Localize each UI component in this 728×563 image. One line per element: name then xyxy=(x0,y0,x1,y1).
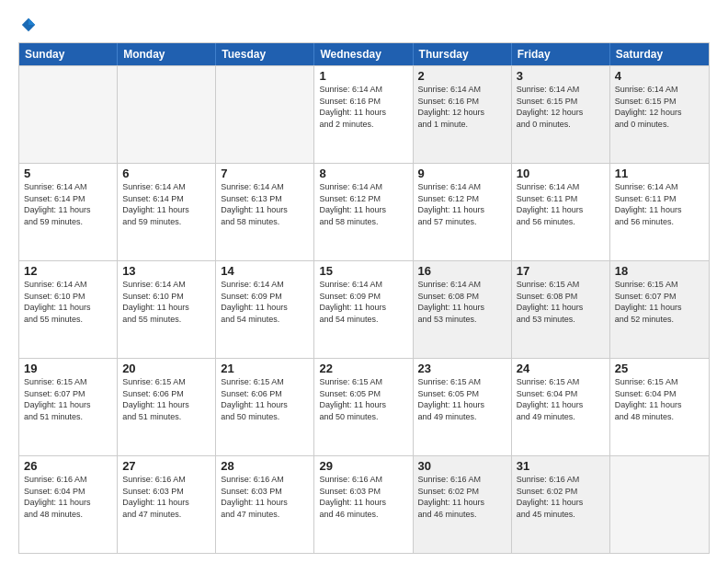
day-number: 20 xyxy=(122,362,210,375)
cell-info: Sunrise: 6:15 AM Sunset: 6:07 PM Dayligh… xyxy=(24,376,112,422)
calendar-cell: 15Sunrise: 6:14 AM Sunset: 6:09 PM Dayli… xyxy=(314,261,413,358)
calendar: SundayMondayTuesdayWednesdayThursdayFrid… xyxy=(18,42,710,554)
cell-info: Sunrise: 6:15 AM Sunset: 6:06 PM Dayligh… xyxy=(122,376,210,422)
day-number: 26 xyxy=(24,459,112,473)
day-number: 23 xyxy=(418,362,506,375)
cal-header-cell: Monday xyxy=(118,43,216,65)
cell-info: Sunrise: 6:15 AM Sunset: 6:08 PM Dayligh… xyxy=(517,279,605,325)
day-number: 17 xyxy=(517,264,605,278)
calendar-cell: 12Sunrise: 6:14 AM Sunset: 6:10 PM Dayli… xyxy=(19,261,118,358)
calendar-cell: 9Sunrise: 6:14 AM Sunset: 6:12 PM Daylig… xyxy=(414,164,512,260)
cell-info: Sunrise: 6:15 AM Sunset: 6:07 PM Dayligh… xyxy=(615,279,704,325)
calendar-cell: 1Sunrise: 6:14 AM Sunset: 6:16 PM Daylig… xyxy=(314,66,413,163)
calendar-row: 26Sunrise: 6:16 AM Sunset: 6:04 PM Dayli… xyxy=(19,455,709,553)
calendar-cell: 7Sunrise: 6:14 AM Sunset: 6:13 PM Daylig… xyxy=(216,164,314,260)
calendar-row: 1Sunrise: 6:14 AM Sunset: 6:16 PM Daylig… xyxy=(19,65,709,163)
calendar-cell xyxy=(610,456,709,553)
cell-info: Sunrise: 6:14 AM Sunset: 6:15 PM Dayligh… xyxy=(517,84,605,130)
calendar-cell: 25Sunrise: 6:15 AM Sunset: 6:04 PM Dayli… xyxy=(610,359,709,455)
calendar-cell: 29Sunrise: 6:16 AM Sunset: 6:03 PM Dayli… xyxy=(314,456,413,553)
cal-header-cell: Friday xyxy=(512,43,610,65)
cell-info: Sunrise: 6:14 AM Sunset: 6:10 PM Dayligh… xyxy=(24,279,112,325)
calendar-cell xyxy=(118,66,216,163)
calendar-cell: 6Sunrise: 6:14 AM Sunset: 6:14 PM Daylig… xyxy=(118,164,216,260)
day-number: 28 xyxy=(221,459,309,473)
cell-info: Sunrise: 6:14 AM Sunset: 6:09 PM Dayligh… xyxy=(319,279,407,325)
day-number: 31 xyxy=(517,459,605,473)
cell-info: Sunrise: 6:14 AM Sunset: 6:10 PM Dayligh… xyxy=(122,279,210,325)
calendar-cell: 4Sunrise: 6:14 AM Sunset: 6:15 PM Daylig… xyxy=(610,66,709,163)
cell-info: Sunrise: 6:14 AM Sunset: 6:12 PM Dayligh… xyxy=(418,181,506,227)
day-number: 5 xyxy=(24,167,112,180)
day-number: 30 xyxy=(418,459,506,473)
calendar-cell: 16Sunrise: 6:14 AM Sunset: 6:08 PM Dayli… xyxy=(414,261,512,358)
day-number: 12 xyxy=(24,264,112,278)
day-number: 24 xyxy=(517,362,605,375)
cal-header-cell: Wednesday xyxy=(314,43,413,65)
calendar-cell: 14Sunrise: 6:14 AM Sunset: 6:09 PM Dayli… xyxy=(216,261,314,358)
cal-header-cell: Thursday xyxy=(414,43,512,65)
page: SundayMondayTuesdayWednesdayThursdayFrid… xyxy=(0,0,728,563)
calendar-cell: 8Sunrise: 6:14 AM Sunset: 6:12 PM Daylig… xyxy=(314,164,413,260)
svg-marker-1 xyxy=(28,18,35,25)
cell-info: Sunrise: 6:14 AM Sunset: 6:15 PM Dayligh… xyxy=(615,84,704,130)
calendar-cell: 30Sunrise: 6:16 AM Sunset: 6:02 PM Dayli… xyxy=(414,456,512,553)
day-number: 21 xyxy=(221,362,309,375)
cell-info: Sunrise: 6:16 AM Sunset: 6:03 PM Dayligh… xyxy=(319,474,407,520)
calendar-row: 5Sunrise: 6:14 AM Sunset: 6:14 PM Daylig… xyxy=(19,163,709,260)
day-number: 19 xyxy=(24,362,112,375)
calendar-body: 1Sunrise: 6:14 AM Sunset: 6:16 PM Daylig… xyxy=(19,65,709,553)
day-number: 16 xyxy=(418,264,506,278)
day-number: 2 xyxy=(418,69,506,83)
calendar-cell: 10Sunrise: 6:14 AM Sunset: 6:11 PM Dayli… xyxy=(512,164,610,260)
day-number: 6 xyxy=(122,167,210,180)
cal-header-cell: Saturday xyxy=(610,43,709,65)
cell-info: Sunrise: 6:14 AM Sunset: 6:08 PM Dayligh… xyxy=(418,279,506,325)
day-number: 10 xyxy=(517,167,605,180)
cal-header-cell: Sunday xyxy=(19,43,118,65)
header xyxy=(18,17,710,33)
calendar-cell: 24Sunrise: 6:15 AM Sunset: 6:04 PM Dayli… xyxy=(512,359,610,455)
cell-info: Sunrise: 6:16 AM Sunset: 6:03 PM Dayligh… xyxy=(221,474,309,520)
cell-info: Sunrise: 6:15 AM Sunset: 6:04 PM Dayligh… xyxy=(615,376,704,422)
cell-info: Sunrise: 6:14 AM Sunset: 6:09 PM Dayligh… xyxy=(221,279,309,325)
cell-info: Sunrise: 6:15 AM Sunset: 6:05 PM Dayligh… xyxy=(319,376,407,422)
cell-info: Sunrise: 6:14 AM Sunset: 6:16 PM Dayligh… xyxy=(319,84,407,130)
calendar-row: 19Sunrise: 6:15 AM Sunset: 6:07 PM Dayli… xyxy=(19,358,709,455)
day-number: 18 xyxy=(615,264,704,278)
calendar-cell: 28Sunrise: 6:16 AM Sunset: 6:03 PM Dayli… xyxy=(216,456,314,553)
day-number: 13 xyxy=(122,264,210,278)
day-number: 8 xyxy=(319,167,407,180)
cell-info: Sunrise: 6:16 AM Sunset: 6:02 PM Dayligh… xyxy=(517,474,605,520)
calendar-cell: 3Sunrise: 6:14 AM Sunset: 6:15 PM Daylig… xyxy=(512,66,610,163)
calendar-cell: 18Sunrise: 6:15 AM Sunset: 6:07 PM Dayli… xyxy=(610,261,709,358)
calendar-row: 12Sunrise: 6:14 AM Sunset: 6:10 PM Dayli… xyxy=(19,260,709,358)
calendar-cell: 27Sunrise: 6:16 AM Sunset: 6:03 PM Dayli… xyxy=(118,456,216,553)
day-number: 14 xyxy=(221,264,309,278)
cell-info: Sunrise: 6:16 AM Sunset: 6:03 PM Dayligh… xyxy=(122,474,210,520)
cell-info: Sunrise: 6:15 AM Sunset: 6:05 PM Dayligh… xyxy=(418,376,506,422)
cell-info: Sunrise: 6:14 AM Sunset: 6:13 PM Dayligh… xyxy=(221,181,309,227)
calendar-cell: 31Sunrise: 6:16 AM Sunset: 6:02 PM Dayli… xyxy=(512,456,610,553)
day-number: 7 xyxy=(221,167,309,180)
day-number: 27 xyxy=(122,459,210,473)
cell-info: Sunrise: 6:16 AM Sunset: 6:02 PM Dayligh… xyxy=(418,474,506,520)
calendar-cell: 2Sunrise: 6:14 AM Sunset: 6:16 PM Daylig… xyxy=(414,66,512,163)
day-number: 29 xyxy=(319,459,407,473)
day-number: 3 xyxy=(517,69,605,83)
cell-info: Sunrise: 6:15 AM Sunset: 6:06 PM Dayligh… xyxy=(221,376,309,422)
calendar-cell xyxy=(19,66,118,163)
day-number: 22 xyxy=(319,362,407,375)
day-number: 1 xyxy=(319,69,407,83)
logo xyxy=(18,17,37,33)
cell-info: Sunrise: 6:15 AM Sunset: 6:04 PM Dayligh… xyxy=(517,376,605,422)
day-number: 15 xyxy=(319,264,407,278)
cell-info: Sunrise: 6:14 AM Sunset: 6:11 PM Dayligh… xyxy=(517,181,605,227)
calendar-header-row: SundayMondayTuesdayWednesdayThursdayFrid… xyxy=(19,43,709,65)
cal-header-cell: Tuesday xyxy=(216,43,314,65)
cell-info: Sunrise: 6:14 AM Sunset: 6:16 PM Dayligh… xyxy=(418,84,506,130)
cell-info: Sunrise: 6:14 AM Sunset: 6:14 PM Dayligh… xyxy=(122,181,210,227)
cell-info: Sunrise: 6:16 AM Sunset: 6:04 PM Dayligh… xyxy=(24,474,112,520)
calendar-cell xyxy=(216,66,314,163)
calendar-cell: 13Sunrise: 6:14 AM Sunset: 6:10 PM Dayli… xyxy=(118,261,216,358)
